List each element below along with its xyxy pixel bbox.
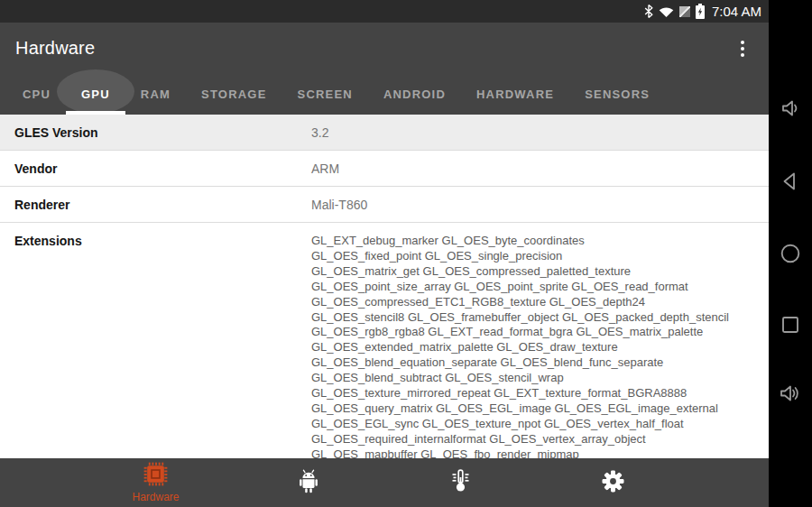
chip-icon [143, 462, 168, 490]
android-robot-icon [297, 469, 320, 497]
overflow-menu-icon[interactable] [727, 23, 758, 74]
gear-icon [602, 470, 624, 496]
recents-button[interactable] [769, 312, 812, 341]
tab-indicator [66, 111, 125, 115]
clock: 7:04 AM [712, 4, 761, 19]
row-label: Renderer [14, 198, 311, 212]
table-row[interactable]: GLES Version 3.2 [0, 115, 769, 151]
tab-sensors[interactable]: SENSORS [569, 74, 665, 115]
bottom-nav: Hardware [0, 458, 769, 507]
extensions-list: GL_EXT_debug_marker GL_OES_byte_coordina… [311, 234, 729, 458]
home-button[interactable] [769, 241, 812, 270]
thermometer-icon [449, 469, 472, 496]
page-title: Hardware [0, 38, 95, 59]
app-window: 7:04 AM Hardware CPU GPU RAM STORAGE SCR… [0, 0, 769, 507]
table-row[interactable]: Renderer Mali-T860 [0, 187, 769, 223]
tab-ram[interactable]: RAM [125, 74, 186, 115]
volume-up-button[interactable] [769, 381, 812, 410]
bluetooth-icon [644, 5, 653, 18]
back-icon [780, 171, 801, 196]
home-icon [780, 243, 801, 268]
volume-up-icon [779, 383, 802, 408]
bottom-nav-temperature[interactable] [384, 458, 537, 507]
row-label: Vendor [14, 161, 311, 176]
row-value: ARM [311, 161, 339, 176]
wifi-icon [659, 5, 674, 18]
row-label: GLES Version [14, 125, 311, 140]
bottom-nav-hardware[interactable]: Hardware [79, 458, 232, 507]
toolbar: Hardware [0, 23, 769, 74]
device-screen: 7:04 AM Hardware CPU GPU RAM STORAGE SCR… [0, 0, 812, 507]
tab-screen[interactable]: SCREEN [282, 74, 368, 115]
status-bar: 7:04 AM [0, 0, 769, 23]
table-row[interactable]: Vendor ARM [0, 151, 769, 187]
battery-charging-icon [696, 4, 705, 19]
bottom-nav-settings[interactable] [537, 458, 689, 507]
table-row[interactable]: Extensions GL_EXT_debug_marker GL_OES_by… [0, 223, 769, 458]
tab-hardware[interactable]: HARDWARE [461, 74, 569, 115]
row-value: 3.2 [311, 125, 328, 140]
system-nav-bar [769, 0, 812, 507]
row-value: Mali-T860 [311, 198, 367, 212]
tab-bar: CPU GPU RAM STORAGE SCREEN ANDROID HARDW… [0, 74, 769, 115]
volume-down-button[interactable] [769, 96, 812, 124]
tab-storage[interactable]: STORAGE [186, 74, 281, 115]
tab-gpu[interactable]: GPU [66, 74, 125, 115]
no-sim-icon [679, 6, 690, 17]
tab-android[interactable]: ANDROID [368, 74, 461, 115]
volume-down-icon [780, 97, 801, 123]
bottom-nav-system[interactable] [232, 458, 384, 507]
row-label: Extensions [14, 234, 311, 249]
recents-icon [780, 314, 801, 339]
gpu-info-list: GLES Version 3.2 Vendor ARM Renderer Mal… [0, 115, 769, 458]
back-button[interactable] [769, 169, 812, 198]
bottom-nav-label: Hardware [132, 491, 179, 503]
